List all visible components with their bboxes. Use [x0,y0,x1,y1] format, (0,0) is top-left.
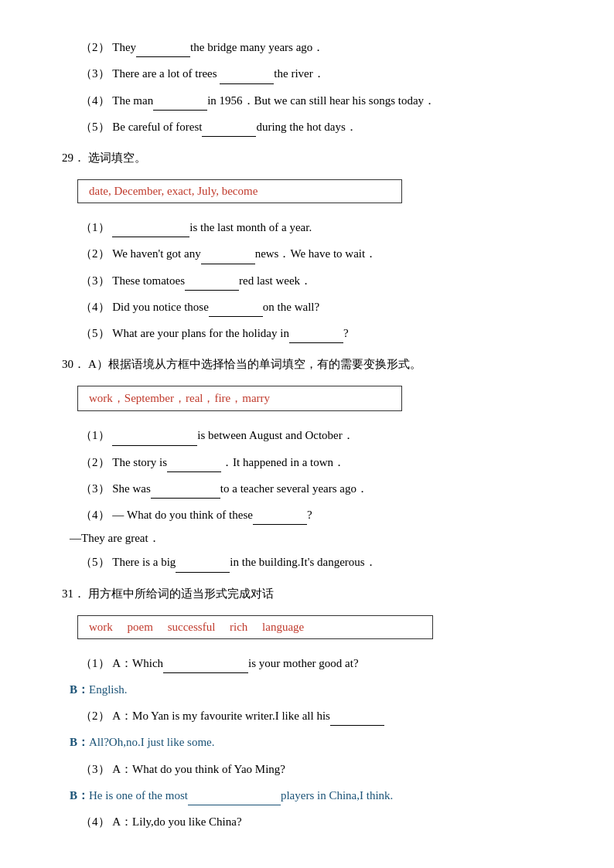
q29-item2-num: （2） [80,247,110,260]
q31-item3-blank [188,793,281,805]
q28-item5-blank [202,124,256,137]
q30-item2-text2: ．It happened in a town． [221,456,345,468]
q31-item1-B-text: English. [89,683,128,696]
q29-item1: （1） is the last month of a year. [80,217,552,237]
q28-item5-text1: Be careful of forest [112,121,202,133]
q29-item4: （4） Did you notice thoseon the wall? [80,297,552,317]
q29-item5-blank [289,331,343,343]
q30-item1-blank [112,434,197,446]
q28-item3-text1: There are a lot of trees [112,67,220,80]
q30-item4-text2: ? [307,509,312,521]
q31-item1-A: （1） A：Whichis your mother good at? [80,653,552,673]
q29-item3-text1: These tomatoes [112,274,185,287]
q30-item3-text1: She was [112,482,151,495]
q29-word-box: date, December, exact, July, become [77,179,402,203]
q31-item1-text: is your mother good at? [248,657,358,669]
q29-item1-num: （1） [80,221,110,233]
q31-item2-B-text: All?Oh,no.I just like some. [89,736,214,748]
q31-item3-label: A：What do you think of Yao Ming? [112,763,285,775]
q30-item4-response: —They are great． [70,531,552,546]
q30-item4: （4） — What do you think of these? [80,505,552,525]
q31-item4-A: （4） A：Lily,do you like China? [80,812,552,832]
q30-item5-num: （5） [80,556,110,568]
q29-item2-text2: news．We have to wait． [255,247,377,260]
q29-item2: （2） We haven't got anynews．We have to wa… [80,243,552,264]
q28-item2-text2: the bridge many years ago． [190,41,324,53]
q30-item4-num: （4） [80,509,110,521]
q31-item3-B: B：He is one of the mostplayers in China,… [70,785,552,805]
q31-item2-B-label: B： [70,736,89,748]
q30-item2: （2） The story is．It happened in a town． [80,452,552,472]
q30-item1-text: is between August and October． [197,429,353,441]
q31-item1-label: A：Which [112,657,163,669]
q31-block: 31． 用方框中所给词的适当形式完成对话 work poem successfu… [62,587,552,832]
q29-item4-blank [209,305,263,317]
q31-item4-num: （4） [80,815,110,828]
q28-item5-num: （5） [80,121,110,133]
q29-item5-text1: What are your plans for the holiday in [112,327,289,339]
q29-item4-text2: on the wall? [263,301,319,313]
q31-item3-B-label: B： [70,789,89,802]
q30-item1-num: （1） [80,429,110,441]
q28-item3: （3） There are a lot of trees the river． [80,63,552,83]
q29-title: 选词填空。 [88,151,146,165]
q31-number: 31． [62,587,85,601]
q29-header: 29． 选词填空。 [62,151,552,165]
q31-item2-blank [330,713,384,726]
q29-item5: （5） What are your plans for the holiday … [80,323,552,343]
q28-item3-blank [220,72,274,84]
q28-item3-text2: the river． [274,67,324,80]
q30-item4-blank [253,512,307,525]
q31-item1-blank [163,661,248,673]
q29-item3-num: （3） [80,274,110,287]
q30-item4-response-text: —They are great． [70,532,160,544]
q31-item2-B: B：All?Oh,no.I just like some. [70,732,552,752]
q29-item3: （3） These tomatoesred last week． [80,271,552,291]
q28-item4-text2: in 1956．But we can still hear his songs … [207,94,435,107]
q31-item1-B: B：English. [70,679,552,700]
q28-item5-text2: during the hot days． [256,121,356,133]
q28-item2-text1: They [112,41,136,53]
q30-item3-blank [151,486,220,499]
q29-item3-blank [185,278,239,291]
q30-number: 30． [62,357,85,372]
q29-item2-blank [201,252,255,264]
q31-word-box-content: work poem successful rich language [89,621,304,633]
q31-title: 用方框中所给词的适当形式完成对话 [88,587,274,601]
q29-item4-text1: Did you notice those [112,301,209,313]
q30-item5: （5） There is a bigin the building.It's d… [80,552,552,572]
q28-block: （2） Theythe bridge many years ago． （3） T… [62,37,552,137]
q29-item4-num: （4） [80,301,110,313]
q30-item3-num: （3） [80,482,110,495]
q29-item1-blank [112,225,189,237]
q29-block: 29． 选词填空。 date, December, exact, July, b… [62,151,552,343]
q29-item3-text2: red last week． [239,274,312,287]
q30-word-box: work，September，real，fire，marry [77,386,402,411]
q31-item3-B-text1: He is one of the most [89,789,188,802]
q31-item2-label: A：Mo Yan is my favourite writer.I like a… [112,710,330,722]
q29-word-box-content: date, December, exact, July, become [89,185,258,197]
q30-item5-blank [176,560,230,573]
q30-item2-blank [167,460,221,472]
q30-item3: （3） She wasto a teacher several years ag… [80,478,552,499]
q31-item2-A: （2） A：Mo Yan is my favourite writer.I li… [80,706,552,726]
q30-item5-text1: There is a big [112,556,176,568]
q30-item1: （1） is between August and October． [80,425,552,445]
q29-item2-text1: We haven't got any [112,247,200,260]
q29-number: 29． [62,151,85,165]
q29-item1-text: is the last month of a year. [189,221,312,233]
q30-header: 30． A）根据语境从方框中选择恰当的单词填空，有的需要变换形式。 [62,357,552,372]
q30-item2-num: （2） [80,456,110,468]
q30-item5-text2: in the building.It's dangerous． [230,556,376,568]
q30-item3-text2: to a teacher several years ago． [220,482,368,495]
q30-word-box-content: work，September，real，fire，marry [89,392,270,404]
q31-item3-B-text2: players in China,I think. [281,789,393,802]
q28-item4-text1: The man [112,94,153,107]
q28-item4-num: （4） [80,94,110,107]
q28-item2: （2） Theythe bridge many years ago． [80,37,552,57]
q30-title: A）根据语境从方框中选择恰当的单词填空，有的需要变换形式。 [88,357,421,372]
q30-block: 30． A）根据语境从方框中选择恰当的单词填空，有的需要变换形式。 work，S… [62,357,552,572]
q31-item3-num: （3） [80,763,110,775]
q28-item4: （4） The manin 1956．But we can still hear… [80,90,552,111]
q31-item1-B-label: B： [70,683,89,696]
